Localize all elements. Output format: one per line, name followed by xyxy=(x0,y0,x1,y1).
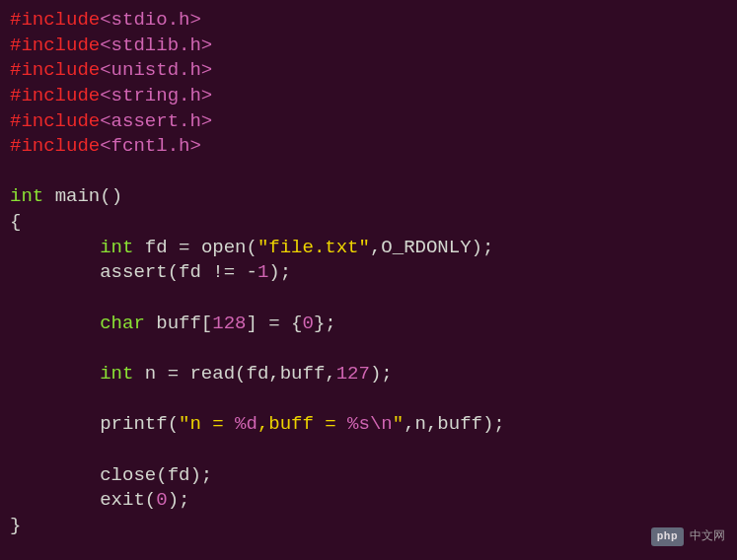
identifier: n xyxy=(145,363,156,385)
function-call: read xyxy=(189,363,235,385)
params: () xyxy=(100,185,122,207)
watermark-text: 中文网 xyxy=(690,528,725,544)
number-literal: 127 xyxy=(336,363,370,385)
identifier: buff xyxy=(156,313,201,334)
number-literal: 128 xyxy=(212,313,246,334)
preproc-directive: #include xyxy=(10,35,100,56)
format-specifier: %s xyxy=(347,413,370,435)
include-path: <string.h> xyxy=(100,85,212,106)
include-path: <stdio.h> xyxy=(100,9,201,31)
code-editor: #include<stdio.h> #include<stdlib.h> #in… xyxy=(10,8,727,538)
identifier: fd xyxy=(145,237,168,258)
function-name: main xyxy=(55,185,101,207)
include-path: <stdlib.h> xyxy=(100,35,212,56)
watermark-badge: php xyxy=(651,527,684,546)
escape-sequence: \n xyxy=(370,413,393,435)
include-path: <fcntl.h> xyxy=(100,135,201,157)
brace-open: { xyxy=(10,211,21,233)
function-call: assert xyxy=(100,261,167,283)
number-literal: 0 xyxy=(302,313,313,334)
format-specifier: %d xyxy=(235,413,258,435)
brace-close: } xyxy=(10,515,21,536)
preproc-directive: #include xyxy=(10,110,100,132)
function-call: close xyxy=(100,464,156,486)
watermark: php 中文网 xyxy=(651,527,725,546)
return-type: int xyxy=(10,185,43,207)
type-keyword: int xyxy=(100,237,133,258)
type-keyword: char xyxy=(100,313,145,334)
function-call: printf xyxy=(100,413,167,435)
number-literal: 1 xyxy=(258,261,268,283)
preproc-directive: #include xyxy=(10,85,100,106)
type-keyword: int xyxy=(100,363,133,385)
preproc-directive: #include xyxy=(10,135,100,157)
preproc-directive: #include xyxy=(10,59,100,81)
preproc-directive: #include xyxy=(10,9,100,31)
number-literal: 0 xyxy=(156,489,167,511)
string-literal: "file.txt" xyxy=(258,237,370,258)
include-path: <unistd.h> xyxy=(100,59,212,81)
function-call: open xyxy=(201,237,247,258)
function-call: exit xyxy=(100,489,145,511)
flag-constant: O_RDONLY xyxy=(381,237,471,258)
include-path: <assert.h> xyxy=(100,110,212,132)
